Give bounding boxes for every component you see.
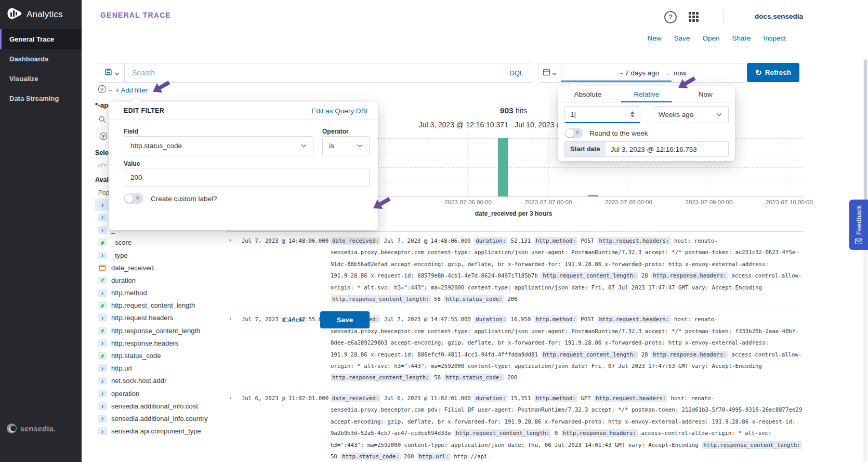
x-axis-tick: 2023-07-10 00:00 — [766, 199, 813, 205]
sidebar-item-visualize[interactable]: Visualize — [0, 69, 82, 88]
apps-grid-icon[interactable] — [689, 12, 699, 22]
custom-label-switch[interactable]: ✕ — [124, 193, 143, 204]
available-field-item[interactable]: thttp.request.headers — [95, 312, 223, 324]
field-label: sensedia.additional_info.country — [111, 415, 208, 423]
number-field-icon: # — [98, 301, 107, 309]
help-icon[interactable]: ? — [664, 11, 677, 23]
field-label: _score — [111, 239, 131, 246]
filter-controls — [98, 85, 112, 96]
sidebar-item-general-trace[interactable]: General Trace — [0, 29, 82, 49]
date-picker: ~ 7 days ago → now — [538, 63, 744, 83]
field-label: net.sock.host.addr — [111, 377, 166, 385]
sidebar-item-dashboards[interactable]: Dashboards — [0, 49, 82, 69]
annotation-arrow-relative-tab — [674, 74, 698, 93]
cancel-button[interactable]: Cancel — [283, 316, 305, 324]
available-field-item[interactable]: date_received — [95, 261, 223, 274]
available-field-item[interactable]: thttp.url — [95, 362, 223, 375]
tab-relative[interactable]: Relative — [617, 86, 676, 102]
available-field-item[interactable]: tsensedia.api.component_type — [95, 425, 223, 438]
x-axis-tick: 2023-07-09 00:00 — [686, 199, 733, 205]
field-name-tag: http.method: — [534, 237, 577, 245]
available-field-item[interactable]: #http.response_content_length — [95, 324, 223, 337]
envelope-icon — [855, 239, 862, 244]
feedback-label: Feedback — [855, 205, 863, 235]
available-field-item[interactable]: tsensedia.additional_info.cost — [95, 400, 223, 412]
time-range-field[interactable]: ~ 7 days ago → now — [561, 63, 744, 82]
relative-count-input[interactable]: 1| — [564, 106, 640, 123]
table-row[interactable]: ›Jul 6, 2023 @ 11:02:01.000date_received… — [226, 389, 803, 462]
available-field-item[interactable]: t_type — [95, 249, 223, 261]
field-label: operation — [111, 390, 139, 398]
sidebar-nav: General TraceDashboardsVisualizeData Str… — [0, 29, 82, 108]
string-field-icon: t — [98, 415, 107, 423]
unit-value: Weeks ago — [659, 111, 693, 118]
string-field-icon: t — [98, 377, 107, 385]
field-name-tag: http.response.headers: — [651, 351, 728, 359]
string-field-icon: t — [98, 427, 107, 435]
string-field-icon: t — [98, 314, 107, 322]
string-field-icon: t — [98, 339, 107, 347]
field-label: http.request.headers — [111, 314, 173, 322]
available-field-item[interactable]: thttp.method — [95, 287, 223, 299]
start-date-value[interactable]: Jul 3, 2023 @ 12:16:16.753 — [606, 142, 702, 156]
dql-button[interactable]: DQL — [509, 69, 523, 77]
chevron-down-icon — [114, 68, 120, 77]
value-input-text: 200 — [130, 174, 142, 181]
number-stepper-icon[interactable] — [630, 111, 635, 117]
field-select[interactable]: http.status_code — [124, 136, 313, 155]
available-field-item[interactable]: #_score — [95, 236, 223, 249]
available-field-item[interactable]: #http.status_code — [95, 349, 223, 362]
refresh-button[interactable]: ↻ Refresh — [747, 63, 799, 82]
edit-as-query-dsl-link[interactable]: Edit as Query DSL — [311, 107, 370, 115]
available-field-item[interactable]: thttp.response.headers — [95, 337, 223, 349]
relative-unit-select[interactable]: Weeks ago — [652, 106, 729, 123]
new-menu-button[interactable]: New — [648, 34, 662, 42]
available-field-item[interactable]: #http.request_content_length — [95, 299, 223, 312]
share-menu-button[interactable]: Share — [732, 34, 751, 42]
expand-row-icon[interactable]: › — [226, 314, 242, 384]
field-label: http.url — [111, 364, 132, 372]
save-button[interactable]: Save — [320, 311, 370, 328]
round-switch[interactable]: ✕ — [564, 128, 583, 138]
tab-absolute[interactable]: Absolute — [558, 86, 617, 102]
inspect-menu-button[interactable]: Inspect — [763, 34, 786, 42]
sidebar-item-data-streaming[interactable]: Data Streaming — [0, 88, 82, 108]
add-filter-button[interactable]: + Add filter — [115, 86, 148, 94]
field-label: Field — [124, 128, 138, 135]
row-source: date_received: Jul 7, 2023 @ 14:48:06.00… — [331, 235, 803, 305]
table-row[interactable]: ›Jul 7, 2023 @ 14:48:06.000date_received… — [226, 231, 803, 310]
field-label: http.response_content_length — [111, 327, 200, 335]
available-field-item[interactable]: #duration — [95, 274, 223, 286]
open-menu-button[interactable]: Open — [702, 34, 719, 42]
filter-list-icon[interactable] — [98, 85, 107, 96]
brand: Analytics — [6, 6, 63, 23]
string-field-icon: t — [98, 214, 107, 221]
available-field-item[interactable]: toperation — [95, 387, 223, 400]
feedback-button[interactable]: Feedback — [849, 200, 868, 250]
save-query-icon — [104, 68, 112, 78]
gridline-vertical — [468, 134, 469, 196]
time-range-from[interactable]: ~ 7 days ago — [619, 69, 660, 77]
field-label: http.status_code — [111, 352, 161, 360]
saved-query-button[interactable] — [99, 63, 125, 82]
available-field-item[interactable]: tnet.sock.host.addr — [95, 375, 223, 387]
custom-label-text: Create custom label? — [151, 195, 217, 203]
value-input[interactable]: 200 — [124, 168, 370, 187]
operator-select[interactable]: is — [322, 136, 370, 155]
x-axis-tick: 2023-07-07 00:00 — [525, 199, 572, 205]
start-date-label: Start date — [565, 142, 606, 156]
calendar-icon — [543, 68, 550, 78]
refresh-label: Refresh — [765, 69, 791, 76]
field-name-tag: http.request_content_length: — [541, 272, 638, 280]
save-menu-button[interactable]: Save — [674, 34, 690, 42]
histogram-bar[interactable] — [498, 138, 508, 196]
count-value: 1 — [570, 111, 574, 118]
expand-row-icon[interactable]: › — [226, 393, 242, 462]
search-input[interactable]: Search — [132, 69, 509, 77]
sidebar-footer: sensedia. — [7, 424, 56, 433]
time-range-arrow: → — [663, 69, 670, 77]
available-field-item[interactable]: tsensedia.additional_info.country — [95, 412, 223, 425]
calendar-button[interactable] — [538, 63, 561, 82]
expand-row-icon[interactable]: › — [226, 235, 242, 305]
field-label: http.response.headers — [111, 339, 178, 347]
